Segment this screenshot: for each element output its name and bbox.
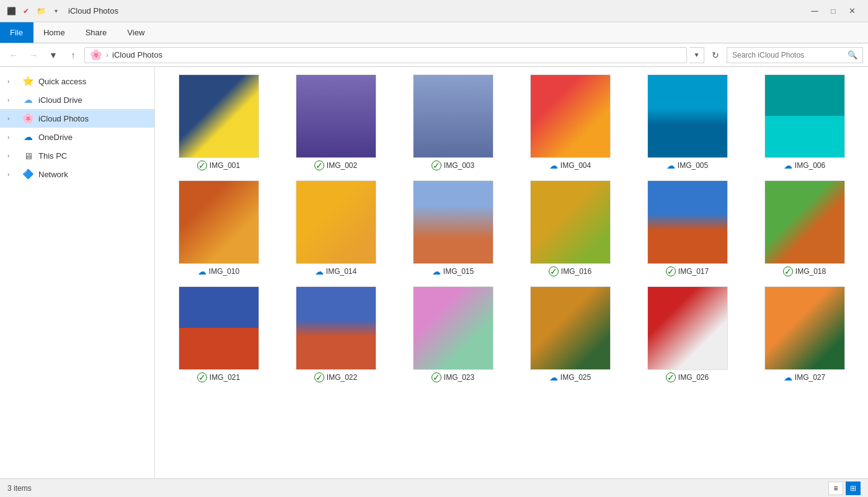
- photo-item-img_027[interactable]: ☁IMG_027: [751, 286, 858, 382]
- cloud-icon: ☁: [549, 161, 558, 170]
- tab-home[interactable]: Home: [33, 22, 76, 43]
- maximize-button[interactable]: □: [825, 2, 842, 20]
- photo-item-img_010[interactable]: ☁IMG_010: [165, 180, 272, 276]
- sidebar-item-onedrive[interactable]: › ☁ OneDrive: [0, 128, 154, 146]
- photo-label: ✓IMG_001: [197, 161, 240, 170]
- photo-item-img_003[interactable]: ✓IMG_003: [399, 74, 507, 170]
- sidebar-item-network[interactable]: › 🔷 Network: [0, 165, 154, 183]
- sidebar-label-icloud-photos: iCloud Photos: [38, 114, 89, 123]
- photo-item-img_004[interactable]: ☁IMG_004: [516, 74, 624, 170]
- photo-item-img_005[interactable]: ☁IMG_005: [634, 74, 741, 170]
- tab-view[interactable]: View: [117, 22, 155, 43]
- address-dropdown[interactable]: ▼: [689, 47, 704, 63]
- path-icon: 🌸: [90, 49, 102, 61]
- expand-icon: ›: [7, 115, 17, 122]
- expand-icon: ›: [7, 134, 17, 141]
- synced-icon: ✓: [783, 266, 793, 276]
- photo-item-img_021[interactable]: ✓IMG_021: [165, 286, 272, 382]
- minimize-button[interactable]: ─: [806, 2, 823, 20]
- photo-thumb: [296, 74, 376, 158]
- photo-item-img_023[interactable]: ✓IMG_023: [399, 286, 507, 382]
- list-view-button[interactable]: ≡: [828, 482, 843, 495]
- photo-thumb: [647, 180, 728, 264]
- photo-thumb: [764, 180, 845, 264]
- photo-item-img_006[interactable]: ☁IMG_006: [751, 74, 858, 170]
- cloud-icon: ☁: [315, 266, 324, 276]
- photo-item-img_016[interactable]: ✓IMG_016: [516, 180, 624, 276]
- photo-name: IMG_021: [210, 373, 240, 382]
- photo-label: ✓IMG_026: [666, 372, 709, 382]
- photo-name: IMG_003: [444, 161, 474, 170]
- photo-label: ✓IMG_018: [783, 266, 826, 276]
- onedrive-icon: ☁: [22, 131, 33, 143]
- ribbon: File Home Share View: [0, 22, 868, 43]
- photo-item-img_022[interactable]: ✓IMG_022: [282, 286, 389, 382]
- sidebar-item-icloud-drive[interactable]: › ☁ iCloud Drive: [0, 90, 154, 109]
- photo-label: ✓IMG_003: [432, 161, 474, 170]
- tab-share[interactable]: Share: [76, 22, 118, 43]
- photo-thumb: [296, 286, 376, 370]
- photo-name: IMG_015: [443, 267, 474, 276]
- photo-name: IMG_004: [560, 161, 591, 170]
- synced-icon: ✓: [314, 161, 324, 170]
- grid-view-button[interactable]: ⊞: [846, 482, 861, 495]
- search-icon[interactable]: 🔍: [848, 50, 857, 59]
- photo-thumb: [179, 286, 259, 370]
- close-button[interactable]: ✕: [843, 2, 861, 20]
- photo-label: ☁IMG_005: [666, 161, 708, 170]
- tab-file[interactable]: File: [0, 22, 33, 43]
- synced-icon: ✓: [197, 161, 207, 170]
- synced-icon: ✓: [666, 266, 676, 276]
- network-icon: 🔷: [22, 169, 33, 180]
- back-button[interactable]: ←: [5, 46, 22, 64]
- photo-label: ☁IMG_015: [432, 266, 474, 276]
- photo-label: ☁IMG_006: [784, 161, 825, 170]
- quick-access-icon: ⭐: [22, 76, 33, 87]
- synced-icon: ✓: [432, 372, 441, 382]
- photo-thumb: [764, 286, 845, 370]
- photo-item-img_018[interactable]: ✓IMG_018: [751, 180, 858, 276]
- search-input[interactable]: [732, 51, 844, 59]
- sidebar-label-icloud-drive: iCloud Drive: [38, 95, 82, 105]
- content-area: ✓IMG_001✓IMG_002✓IMG_003☁IMG_004☁IMG_005…: [155, 67, 868, 478]
- photo-item-img_002[interactable]: ✓IMG_002: [282, 74, 389, 170]
- photo-thumb: [179, 74, 259, 158]
- photo-label: ✓IMG_002: [314, 161, 357, 170]
- photo-name: IMG_016: [561, 267, 591, 276]
- photo-name: IMG_026: [678, 373, 709, 382]
- main-layout: › ⭐ Quick access › ☁ iCloud Drive › 🌸 iC…: [0, 67, 868, 478]
- dropdown-button[interactable]: ▼: [45, 46, 62, 64]
- photo-name: IMG_022: [327, 373, 357, 382]
- photo-name: IMG_025: [560, 373, 591, 382]
- folder-icon: 📁: [35, 5, 47, 17]
- app-icon: ⬛: [5, 5, 17, 17]
- photo-thumb: [530, 74, 611, 158]
- photo-item-img_026[interactable]: ✓IMG_026: [634, 286, 741, 382]
- sidebar-item-this-pc[interactable]: › 🖥 This PC: [0, 146, 154, 165]
- title-bar-icons: ⬛ ✔ 📁 ▾: [5, 5, 62, 17]
- up-button[interactable]: ↑: [64, 46, 82, 64]
- forward-button[interactable]: →: [25, 46, 42, 64]
- photo-item-img_015[interactable]: ☁IMG_015: [399, 180, 507, 276]
- photo-item-img_001[interactable]: ✓IMG_001: [165, 74, 272, 170]
- cloud-icon: ☁: [549, 372, 558, 382]
- photo-thumb: [413, 180, 494, 264]
- sidebar-item-icloud-photos[interactable]: › 🌸 iCloud Photos: [0, 109, 154, 128]
- photo-thumb: [296, 180, 376, 264]
- photo-grid: ✓IMG_001✓IMG_002✓IMG_003☁IMG_004☁IMG_005…: [165, 74, 858, 382]
- photo-item-img_017[interactable]: ✓IMG_017: [634, 180, 741, 276]
- photo-name: IMG_005: [678, 161, 708, 170]
- photo-thumb: [530, 286, 611, 370]
- photo-thumb: [413, 74, 494, 158]
- refresh-button[interactable]: ↻: [707, 46, 724, 64]
- check-icon: ✔: [20, 5, 32, 17]
- sidebar-item-quick-access[interactable]: › ⭐ Quick access: [0, 72, 154, 90]
- address-path[interactable]: 🌸 › iCloud Photos: [84, 47, 687, 63]
- photo-thumb: [647, 74, 728, 158]
- pin-icon: ▾: [50, 5, 62, 17]
- photo-item-img_014[interactable]: ☁IMG_014: [282, 180, 389, 276]
- sidebar-label-this-pc: This PC: [38, 151, 67, 161]
- photo-item-img_025[interactable]: ☁IMG_025: [516, 286, 624, 382]
- photo-label: ✓IMG_022: [314, 372, 357, 382]
- search-box[interactable]: 🔍: [727, 47, 863, 63]
